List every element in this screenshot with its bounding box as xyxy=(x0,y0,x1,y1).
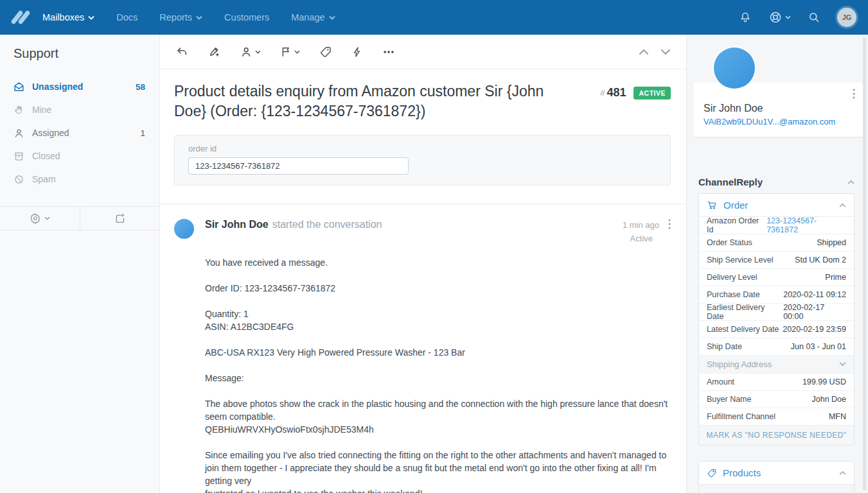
workflows-button[interactable] xyxy=(351,46,363,58)
help-lifebuoy-icon[interactable] xyxy=(768,10,791,24)
message-paragraph: ABC-USA RX123 Very High Powered Pressure… xyxy=(205,346,671,359)
folder-count: 1 xyxy=(140,128,145,138)
products-section-title: Products xyxy=(723,467,761,478)
vertical-ellipsis-icon xyxy=(668,219,671,229)
chevron-down-icon xyxy=(839,362,846,367)
row-label: Amount xyxy=(707,377,734,386)
row-label: Purchase Date xyxy=(707,290,760,299)
collapse-section-button[interactable] xyxy=(847,180,855,184)
row-label: Amazon Order Id xyxy=(707,216,766,234)
row-label: Ship Date xyxy=(707,342,742,351)
customer-email-link[interactable]: VAiB2wb9LDUu1V...@amazon.com xyxy=(704,117,853,126)
row-value: Shipped xyxy=(817,238,846,247)
conversation-toolbar xyxy=(160,35,686,69)
row-label: Delivery Level xyxy=(707,273,757,282)
sidebar-item-label: Closed xyxy=(32,151,60,161)
thread-message: Sir John Doe started the conversation 1 … xyxy=(174,204,671,493)
row-value: Std UK Dom 2 xyxy=(795,255,846,264)
more-options-button[interactable] xyxy=(382,46,395,58)
nav-item-label: Customers xyxy=(224,12,269,22)
top-nav: Mailboxes Docs Reports Customers Manage … xyxy=(0,0,868,35)
customer-options-button[interactable] xyxy=(853,89,855,101)
sidebar-item-closed[interactable]: Closed xyxy=(0,144,159,168)
row-value: John Doe xyxy=(811,395,846,404)
chevron-up-icon xyxy=(639,49,649,55)
channelreply-title: ChannelReply xyxy=(698,177,763,187)
sidebar-item-unassigned[interactable]: Unassigned 58 xyxy=(0,75,159,98)
nav-item-manage[interactable]: Manage xyxy=(291,12,335,22)
order-id-input[interactable] xyxy=(188,157,409,175)
mailbox-sidebar: Support Unassigned 58 Mine Assigned 1 xyxy=(0,35,160,493)
add-note-button[interactable] xyxy=(208,45,221,58)
status-flag-button[interactable] xyxy=(280,46,300,58)
row-value: 2020-02-11 09:12 xyxy=(783,290,846,299)
order-row-amount: Amount 199.99 USD xyxy=(699,374,854,391)
ticket-number: 481 xyxy=(607,86,626,99)
customer-card: Sir John Doe VAiB2wb9LDUu1V...@amazon.co… xyxy=(693,82,863,137)
nav-right-actions: JG xyxy=(739,8,856,27)
cart-icon xyxy=(707,200,718,211)
shipping-address-label: Shipping Address xyxy=(707,359,772,369)
chevron-down-icon xyxy=(88,15,94,20)
nav-item-mailboxes[interactable]: Mailboxes xyxy=(42,12,94,22)
gear-icon xyxy=(30,212,41,224)
chevron-down-icon xyxy=(785,15,791,19)
sidebar-scrollbar[interactable] xyxy=(863,37,866,490)
person-icon xyxy=(13,127,25,139)
customer-name: Sir John Doe xyxy=(704,103,853,114)
sidebar-item-spam[interactable]: Spam xyxy=(0,168,159,191)
tag-button[interactable] xyxy=(319,46,332,58)
chevron-down-icon xyxy=(294,50,300,54)
status-badge: ACTIVE xyxy=(633,87,671,99)
collapse-order-button[interactable] xyxy=(839,203,846,207)
next-conversation-button[interactable] xyxy=(660,49,671,55)
row-label: Latest Delivery Date xyxy=(707,325,779,334)
vertical-ellipsis-icon xyxy=(853,89,855,99)
order-row-ship-date: Ship Date Jun 03 - Jun 01 xyxy=(699,338,854,356)
sidebar-item-label: Unassigned xyxy=(32,82,83,92)
shipping-address-toggle[interactable]: Shipping Address xyxy=(699,356,854,374)
previous-conversation-button[interactable] xyxy=(639,49,649,55)
tag-icon xyxy=(319,46,332,58)
row-label: Order Status xyxy=(707,238,752,247)
order-id-link[interactable]: 123-1234567-7361872 xyxy=(766,216,846,234)
notifications-bell-icon[interactable] xyxy=(739,11,752,24)
sidebar-item-assigned[interactable]: Assigned 1 xyxy=(0,121,159,144)
sidebar-item-label: Assigned xyxy=(32,128,69,138)
nav-item-label: Docs xyxy=(116,12,137,22)
collapse-products-button[interactable] xyxy=(839,471,846,475)
customer-profile-avatar[interactable] xyxy=(714,48,755,89)
folder-count: 58 xyxy=(136,82,145,92)
message-paragraph: You have received a message. xyxy=(205,256,671,269)
open-envelope-icon xyxy=(13,81,25,92)
nav-item-docs[interactable]: Docs xyxy=(116,12,137,22)
row-value: 2020-02-19 23:59 xyxy=(783,325,846,334)
row-label: Buyer Name xyxy=(707,395,751,404)
reply-undo-button[interactable] xyxy=(175,46,188,58)
chevron-up-icon xyxy=(839,203,846,207)
sidebar-item-mine[interactable]: Mine xyxy=(0,98,159,121)
user-avatar[interactable]: JG xyxy=(837,8,856,27)
products-card-header: Products xyxy=(699,462,854,485)
order-section-title: Order xyxy=(723,200,748,211)
order-row-buyer-name: Buyer Name John Doe xyxy=(699,391,854,408)
nav-item-customers[interactable]: Customers xyxy=(224,12,269,22)
mark-no-response-link[interactable]: MARK AS "NO RESPONSE NEEDED" xyxy=(699,426,854,445)
row-value: MFN xyxy=(829,412,846,421)
order-row-purchase-date: Purchase Date 2020-02-11 09:12 xyxy=(699,286,854,304)
nav-item-reports[interactable]: Reports xyxy=(159,12,202,22)
helpscout-logo-icon[interactable] xyxy=(12,8,31,27)
assign-button[interactable] xyxy=(240,46,261,58)
message-options-button[interactable] xyxy=(668,219,671,231)
order-row-latest-delivery-date: Latest Delivery Date 2020-02-19 23:59 xyxy=(699,321,854,338)
message-paragraph: Order ID: 123-1234567-7361872 xyxy=(205,282,671,295)
mailbox-settings-button[interactable] xyxy=(0,207,80,230)
customer-avatar[interactable] xyxy=(174,219,194,239)
new-conversation-button[interactable] xyxy=(80,207,160,230)
row-label: Earliest Delivery Date xyxy=(707,303,783,321)
ticket-meta: # 481 ACTIVE xyxy=(600,86,671,99)
chevron-up-icon xyxy=(847,180,855,184)
order-card-header: Order xyxy=(699,194,854,217)
message-paragraph: Quantity: 1 ASIN: A12BC3DE4FG xyxy=(205,307,671,333)
search-icon[interactable] xyxy=(808,11,820,24)
